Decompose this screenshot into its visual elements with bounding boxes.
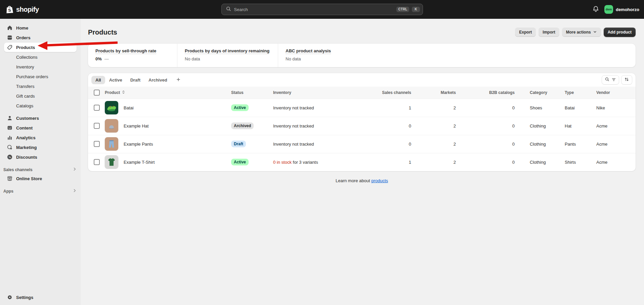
table-row[interactable]: Batai Active Inventory not tracked 1 2 0… [88,99,636,117]
button-label: Add product [608,30,632,35]
sidebar-item-discounts[interactable]: % Discounts [4,152,77,162]
vendor-value: Acme [596,153,636,171]
chevron-right-icon [72,188,77,194]
product-name-link[interactable]: Batai [124,105,134,110]
sidebar-item-content[interactable]: Content [4,123,77,133]
sort-button[interactable] [621,75,632,85]
row-checkbox[interactable] [94,159,100,165]
column-header-vendor: Vendor [596,87,636,99]
sidebar-item-settings[interactable]: Settings [4,293,77,302]
inventory-text: Inventory not tracked [273,142,314,147]
status-badge: Archived [231,122,254,129]
tab-active[interactable]: Active [105,76,126,84]
category-value: Shoes [530,99,565,117]
sidebar-item-marketing[interactable]: Marketing [4,143,77,152]
table-row[interactable]: Example Hat Archived Inventory not track… [88,117,636,135]
sales-channels-section-header[interactable]: Sales channels [3,166,77,173]
global-search[interactable]: CTRL K [221,4,423,15]
add-product-button[interactable]: Add product [604,28,636,37]
product-name-link[interactable]: Example Pants [124,142,153,147]
sidebar-item-online-store[interactable]: Online Store [4,174,77,183]
shopify-bag-icon: S [5,4,14,15]
bell-icon [592,5,599,13]
column-header-sales-channels: Sales channels [362,87,411,99]
metric-label[interactable]: ABC product analysis [286,48,331,53]
sidebar-item-label: Inventory [16,64,34,69]
sidebar-item-home[interactable]: Home [4,23,77,33]
svg-text:S: S [8,8,11,13]
discounts-icon: % [7,154,13,160]
notifications-button[interactable] [592,5,599,13]
product-image-example-hat [105,119,118,133]
sidebar-item-label: Collections [16,55,38,60]
sales-channels-value: 0 [362,117,411,135]
vendor-value: Acme [596,135,636,153]
product-name-link[interactable]: Example Hat [124,123,148,129]
search-and-filter-button[interactable] [602,75,619,85]
home-icon [7,25,13,31]
row-checkbox[interactable] [94,123,100,129]
sort-arrows-icon [624,77,629,83]
sidebar-item-purchase-orders[interactable]: Purchase orders [4,72,77,81]
sidebar-item-products[interactable]: Products [4,43,77,52]
import-button[interactable]: Import [539,28,559,37]
sidebar-item-gift-cards[interactable]: Gift cards [4,91,77,101]
metric-value: 0% [95,56,102,61]
analytics-icon [7,135,13,141]
sidebar-item-label: Customers [16,116,39,121]
type-value: Hat [565,117,596,135]
column-header-category: Category [530,87,565,99]
inventory-text: Inventory not tracked [273,105,314,110]
metric-label[interactable]: Products by days of inventory remaining [185,48,269,53]
search-icon [605,77,610,83]
product-image-batai [105,101,118,114]
b2b-catalogs-value: 0 [456,99,530,117]
metric-value: No data [286,56,301,61]
sidebar-item-orders[interactable]: Orders [4,33,77,42]
sidebar-item-transfers[interactable]: Transfers [4,82,77,91]
tab-archived[interactable]: Archived [144,76,171,84]
column-header-type: Type [565,87,596,99]
sidebar-item-label: Catalogs [16,103,33,108]
search-input[interactable] [234,7,394,12]
marketing-icon [7,144,13,150]
sidebar-item-label: Purchase orders [16,74,48,79]
product-name-link[interactable]: Example T-Shirt [124,160,155,165]
b2b-catalogs-value: 0 [456,135,530,153]
add-view-button[interactable] [173,77,184,84]
sidebar-item-label: Content [16,125,33,131]
row-checkbox[interactable] [94,141,100,147]
topbar: S shopify CTRL K [0,0,644,19]
sidebar-item-collections[interactable]: Collections [4,52,77,62]
sort-carets-icon[interactable] [121,90,126,95]
apps-section-header[interactable]: Apps [3,188,77,194]
sidebar-item-catalogs[interactable]: Catalogs [4,101,77,110]
column-header-product[interactable]: Product [105,90,120,95]
section-header-label: Sales channels [3,167,33,172]
tab-draft[interactable]: Draft [126,76,144,84]
table-row[interactable]: Example Pants Draft Inventory not tracke… [88,135,636,153]
sidebar-item-label: Gift cards [16,94,35,99]
tab-all[interactable]: All [91,76,105,84]
row-checkbox[interactable] [94,105,100,111]
store-icon [7,175,13,182]
sidebar-item-label: Discounts [16,155,37,160]
b2b-catalogs-value: 0 [456,117,530,135]
category-value: Clothing [530,117,565,135]
export-button[interactable]: Export [515,28,536,37]
store-name: demohorzo [616,7,639,12]
table-row[interactable]: Example T-Shirt Active 0 in stock for 3 … [88,153,636,171]
sidebar-item-label: Transfers [16,84,34,89]
metric-label[interactable]: Products by sell-through rate [95,48,156,53]
sidebar-item-customers[interactable]: Customers [4,113,77,123]
select-all-checkbox[interactable] [94,90,100,96]
sidebar-item-label: Products [16,45,35,50]
sidebar-item-analytics[interactable]: Analytics [4,133,77,142]
button-label: Export [519,30,532,35]
products-table-card: All Active Draft Archived [88,73,636,171]
account-menu[interactable]: dem demohorzo [604,5,639,14]
more-actions-button[interactable]: More actions [562,28,601,37]
column-header-inventory: Inventory [273,87,362,99]
sidebar-item-inventory[interactable]: Inventory [4,62,77,71]
products-help-link[interactable]: products [371,178,388,183]
